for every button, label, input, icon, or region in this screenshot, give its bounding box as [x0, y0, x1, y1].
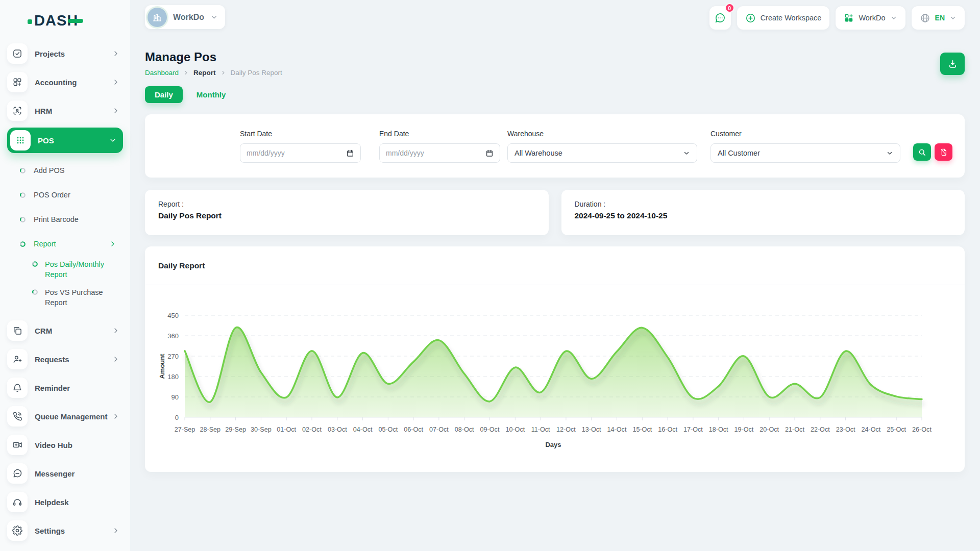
language-selector[interactable]: EN [912, 6, 965, 30]
sidebar-item-video-hub[interactable]: Video Hub [7, 433, 123, 457]
logo-bar-icon [68, 19, 83, 23]
sidebar-subitem-pos-order[interactable]: POS Order [19, 185, 123, 205]
bullet-icon [19, 192, 26, 198]
svg-text:90: 90 [172, 393, 179, 401]
svg-text:180: 180 [167, 373, 179, 381]
workspace-switcher-label: WorkDo [859, 14, 885, 22]
warehouse-selected-value: All Warehouse [514, 149, 562, 157]
breadcrumb-separator-icon [220, 70, 226, 76]
report-period-tabs: DailyMonthly [145, 86, 965, 103]
daily-report-chart: 09018027036045027-Sep28-Sep29-Sep30-Sep0… [145, 285, 965, 471]
duration-summary-label: Duration : [575, 200, 952, 208]
sidebar-subitem-pos-daily-monthly-report[interactable]: Pos Daily/Monthly Report [32, 259, 123, 280]
sidebar-item-label: Settings [35, 527, 65, 535]
phone-call-icon [7, 406, 28, 427]
create-workspace-button[interactable]: Create Workspace [737, 6, 830, 30]
sidebar-subitem-add-pos[interactable]: Add POS [19, 160, 123, 181]
sidebar-item-label: Accounting [35, 78, 77, 87]
sidebar-item-queue-management[interactable]: Queue Management [7, 405, 123, 428]
svg-text:05-Oct: 05-Oct [378, 426, 398, 433]
sidebar-item-crm[interactable]: CRM [7, 319, 123, 342]
main-area: WorkDo 0 Create Workspace WorkDo [130, 0, 980, 551]
warehouse-group: Warehouse All Warehouse [507, 130, 697, 163]
page-header: Manage Pos [145, 50, 965, 64]
end-date-group: End Date mm/dd/yyyy [379, 130, 500, 163]
start-date-input[interactable]: mm/dd/yyyy [240, 143, 361, 163]
reset-filter-button[interactable] [935, 143, 952, 161]
message-icon [7, 463, 28, 484]
warehouse-select[interactable]: All Warehouse [507, 143, 697, 163]
export-download-button[interactable] [940, 53, 965, 75]
svg-text:Amount: Amount [158, 354, 166, 379]
warehouse-label: Warehouse [507, 130, 697, 138]
sidebar-item-label: Video Hub [35, 441, 72, 449]
end-date-input[interactable]: mm/dd/yyyy [379, 143, 500, 163]
customer-select[interactable]: All Customer [710, 143, 900, 163]
sidebar-item-pos[interactable]: POS [7, 128, 123, 153]
sidebar-subitem-pos-vs-purchase-report[interactable]: Pos VS Purchase Report [32, 287, 123, 308]
sidebar-subitem-report[interactable]: Report [19, 234, 123, 254]
grid-plus-icon [844, 13, 854, 23]
chart-header: Daily Report [145, 246, 965, 285]
tab-daily[interactable]: Daily [145, 86, 183, 103]
sidebar-item-hrm[interactable]: HRM [7, 99, 123, 122]
topbar: WorkDo 0 Create Workspace WorkDo [145, 0, 965, 36]
svg-text:21-Oct: 21-Oct [785, 426, 804, 433]
filter-actions [913, 143, 952, 161]
sidebar-item-label: Messenger [35, 469, 75, 478]
sidebar-subitem-label: Print Barcode [34, 215, 79, 223]
svg-text:25-Oct: 25-Oct [887, 426, 906, 433]
calendar-icon[interactable] [346, 149, 354, 157]
sidebar-item-label: POS [38, 136, 54, 145]
end-date-placeholder: mm/dd/yyyy [386, 149, 424, 157]
svg-text:13-Oct: 13-Oct [582, 426, 601, 433]
chevron-right-icon [112, 412, 120, 420]
create-workspace-label: Create Workspace [761, 14, 822, 22]
svg-text:04-Oct: 04-Oct [353, 426, 373, 433]
svg-text:18-Oct: 18-Oct [709, 426, 728, 433]
messages-button[interactable]: 0 [709, 6, 731, 30]
breadcrumb-dashboard[interactable]: Dashboard [145, 69, 179, 77]
sidebar-subitem-label: Add POS [34, 166, 64, 174]
apply-filter-button[interactable] [913, 143, 931, 161]
svg-text:09-Oct: 09-Oct [480, 426, 500, 433]
sidebar-subitem-label: Pos VS Purchase Report [45, 287, 121, 308]
grid-plus-icon [7, 72, 28, 92]
sidebar-submenu-pos: Add POSPOS OrderPrint BarcodeReportPos D… [7, 158, 123, 319]
user-plus-icon [7, 349, 28, 369]
bell-icon [7, 378, 28, 398]
sidebar-subitem-label: POS Order [34, 191, 70, 199]
end-date-label: End Date [379, 130, 500, 138]
sidebar-item-projects[interactable]: Projects [7, 42, 123, 65]
customer-selected-value: All Customer [718, 149, 760, 157]
sidebar-item-reminder[interactable]: Reminder [7, 376, 123, 399]
messages-badge: 0 [725, 3, 734, 13]
workspace-switcher[interactable]: WorkDo [836, 6, 905, 30]
logo-dot-icon [28, 19, 32, 24]
sidebar-item-label: Helpdesk [35, 498, 69, 507]
daily-report-card: Daily Report 09018027036045027-Sep28-Sep… [145, 246, 965, 472]
svg-text:19-Oct: 19-Oct [734, 426, 754, 433]
svg-text:11-Oct: 11-Oct [531, 426, 550, 433]
sidebar-item-messenger[interactable]: Messenger [7, 462, 123, 485]
svg-text:06-Oct: 06-Oct [404, 426, 423, 433]
sidebar-item-helpdesk[interactable]: Helpdesk [7, 490, 123, 514]
svg-text:16-Oct: 16-Oct [658, 426, 677, 433]
tab-monthly[interactable]: Monthly [197, 90, 226, 99]
svg-text:Days: Days [545, 441, 561, 448]
svg-text:30-Sep: 30-Sep [251, 426, 272, 433]
workspace-avatar [148, 8, 167, 27]
chevron-down-icon [109, 136, 117, 144]
brand-logo[interactable]: DASH [28, 11, 123, 30]
svg-text:10-Oct: 10-Oct [505, 426, 525, 433]
calendar-icon[interactable] [485, 149, 494, 157]
workspace-pill[interactable]: WorkDo [145, 5, 225, 29]
start-date-group: Start Date mm/dd/yyyy [240, 130, 361, 163]
scan-user-icon [7, 101, 28, 121]
sidebar-item-requests[interactable]: Requests [7, 347, 123, 371]
sidebar-item-label: Projects [35, 49, 65, 58]
sidebar-subitem-print-barcode[interactable]: Print Barcode [19, 209, 123, 230]
sidebar-item-settings[interactable]: Settings [7, 519, 123, 542]
sidebar-item-accounting[interactable]: Accounting [7, 70, 123, 94]
sidebar-item-label: CRM [35, 327, 52, 335]
